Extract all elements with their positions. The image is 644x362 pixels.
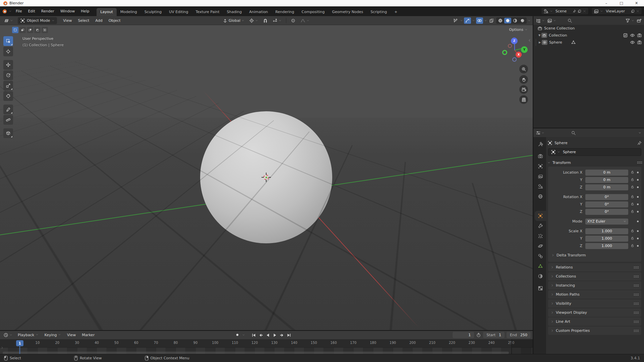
current-frame-field[interactable]: 1 (453, 332, 474, 338)
outliner-row-sphere[interactable]: ▶ Sphere (533, 39, 644, 46)
new-collection-icon[interactable] (637, 18, 642, 23)
properties-tab-constraints[interactable] (535, 251, 546, 261)
search-icon[interactable] (567, 18, 572, 23)
workspace-tab-compositing[interactable]: Compositing (298, 8, 329, 16)
properties-tab-texture[interactable] (535, 283, 546, 293)
animate-dot[interactable] (637, 203, 639, 205)
chevron-down-icon[interactable] (541, 131, 544, 134)
animate-dot[interactable] (637, 221, 639, 222)
filter-chevron-icon[interactable] (638, 131, 641, 134)
workspace-tab-scripting[interactable]: Scripting (367, 8, 391, 16)
lock-open-icon[interactable] (631, 185, 634, 190)
select-mode-new[interactable] (12, 27, 18, 33)
search-icon[interactable] (571, 130, 576, 135)
options-button[interactable]: Options (508, 27, 529, 33)
snap-settings-dropdown[interactable] (271, 17, 283, 24)
panel-grip-icon[interactable] (634, 302, 639, 305)
panel-grip-icon[interactable] (634, 266, 639, 269)
object-visibility-dropdown[interactable] (452, 17, 459, 24)
value-field[interactable]: 0° (585, 209, 628, 215)
value-field[interactable]: 0 m (585, 170, 628, 176)
gizmo-y-axis-icon[interactable]: Y (521, 46, 528, 53)
lock-open-icon[interactable] (631, 244, 634, 248)
section-viewport-display[interactable]: Viewport Display (548, 308, 641, 317)
workspace-tab-layout[interactable]: Layout (97, 8, 116, 16)
value-field[interactable]: 0 m (585, 184, 628, 190)
panel-grip-icon[interactable] (634, 284, 639, 287)
view-layer-selector[interactable]: ViewLayer (591, 7, 642, 15)
workspace-tab-uv-editing[interactable]: UV Editing (165, 8, 192, 16)
section-relations[interactable]: Relations (548, 263, 641, 272)
auto-keying-toggle[interactable] (235, 332, 240, 338)
shading-wireframe-button[interactable] (497, 18, 504, 23)
viewport-menu-object[interactable]: Object (106, 17, 123, 24)
lock-open-icon[interactable] (631, 178, 634, 182)
show-overlays-toggle[interactable] (476, 17, 483, 24)
properties-tab-render[interactable] (535, 151, 546, 161)
chevron-down-icon[interactable] (242, 334, 245, 337)
navigation-gizmo[interactable]: Z Y X (501, 35, 531, 65)
menu-edit[interactable]: Edit (25, 8, 38, 14)
chevron-down-icon[interactable] (553, 19, 556, 22)
chevron-down-icon[interactable] (631, 19, 634, 22)
value-field[interactable]: 0° (585, 194, 628, 200)
workspace-tab-sculpting[interactable]: Sculpting (141, 8, 165, 16)
menu-help[interactable]: Help (78, 8, 92, 14)
viewport-canvas[interactable]: User Perspective (1) Collection | Sphere… (0, 25, 533, 330)
timeline-scrollbar[interactable] (3, 352, 509, 354)
panel-grip-icon[interactable] (634, 329, 639, 332)
hide-eye-icon[interactable] (630, 40, 635, 45)
chevron-down-icon[interactable] (528, 19, 531, 22)
workspace-tab-shading[interactable]: Shading (223, 8, 246, 16)
viewport-menu-add[interactable]: Add (93, 17, 105, 24)
minimize-button[interactable]: – (599, 0, 614, 6)
blender-menu-chevron-icon[interactable] (9, 10, 12, 13)
properties-tab-view-layer[interactable] (535, 171, 546, 181)
shading-solid-button[interactable] (504, 18, 511, 23)
timeline-editor-type-button[interactable] (2, 332, 14, 338)
properties-tab-particles[interactable] (535, 231, 546, 241)
object-name-field[interactable]: Sphere (548, 148, 641, 156)
properties-editor-icon[interactable] (536, 130, 541, 135)
select-mode-extend[interactable] (19, 27, 26, 33)
channels-expand-icon[interactable] (1, 346, 4, 349)
transform-orientation-dropdown[interactable]: Global (221, 17, 246, 24)
properties-tab-output[interactable] (535, 161, 546, 171)
workspace-tab-texture-paint[interactable]: Texture Paint (192, 8, 223, 16)
pin-icon[interactable] (573, 9, 576, 13)
animate-dot[interactable] (637, 172, 639, 173)
frame-start-field[interactable]: Start 1 (483, 332, 505, 338)
disable-render-icon[interactable] (637, 40, 642, 45)
outliner-row-scene-collection[interactable]: Scene Collection (533, 25, 644, 32)
tool-rotate-button[interactable] (3, 70, 13, 80)
gizmo-neg-x-icon[interactable] (508, 44, 512, 48)
proportional-editing-toggle[interactable] (289, 17, 297, 24)
gizmo-z-axis-icon[interactable]: Z (511, 38, 518, 44)
tool-transform-button[interactable] (3, 91, 13, 101)
workspace-tab-geometry-nodes[interactable]: Geometry Nodes (328, 8, 367, 16)
panel-grip-icon[interactable] (634, 275, 639, 278)
section-line-art[interactable]: Line Art (548, 317, 641, 326)
playhead-line[interactable] (19, 346, 20, 354)
panel-grip-icon[interactable] (634, 293, 639, 296)
panel-grip-icon[interactable] (634, 320, 639, 323)
select-mode-subtract[interactable] (27, 27, 33, 33)
tool-scale-button[interactable] (3, 81, 13, 90)
tool-annotate-button[interactable] (3, 105, 13, 114)
blender-menu-icon[interactable] (3, 9, 7, 13)
jump-to-end-button[interactable] (286, 333, 292, 338)
gizmo-neg-z-icon[interactable] (512, 57, 517, 62)
gizmo-x-axis-icon[interactable]: X (516, 52, 522, 58)
lock-open-icon[interactable] (631, 195, 634, 199)
properties-tab-object-data[interactable] (535, 261, 546, 271)
animate-dot[interactable] (637, 245, 639, 247)
properties-tab-object[interactable] (535, 211, 546, 221)
properties-tab-tool[interactable] (535, 139, 546, 149)
viewport-menu-view[interactable]: View (60, 17, 74, 24)
section-visibility[interactable]: Visibility (548, 299, 641, 308)
section-custom-properties[interactable]: Custom Properties (548, 326, 641, 335)
frame-end-field[interactable]: End 250 (507, 332, 531, 338)
close-button[interactable]: ✕ (629, 0, 644, 6)
chevron-down-icon[interactable] (460, 19, 463, 22)
chevron-down-icon[interactable] (542, 19, 545, 22)
